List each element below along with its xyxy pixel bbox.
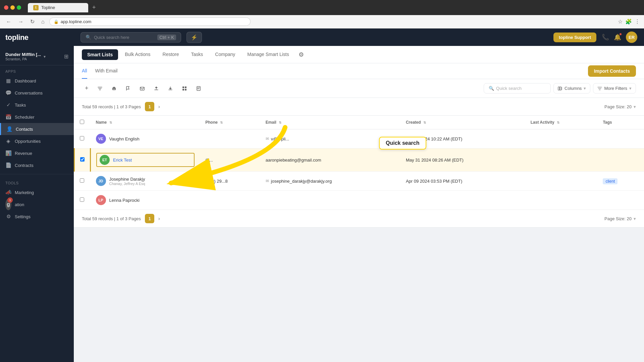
download-button[interactable] [165,83,176,94]
table-row[interactable]: LP Lenna Paprocki [74,191,644,210]
back-button[interactable]: ← [4,17,13,26]
row-select-checkbox[interactable] [80,157,85,162]
bookmark-icon[interactable]: ☆ [618,18,623,25]
header-checkbox-col [74,116,91,129]
svg-rect-6 [182,86,184,88]
header-tags: Tags [597,116,644,129]
download-icon [168,86,173,91]
avatar: LP [96,195,106,205]
quick-search-input[interactable]: 🔍 Quick search [484,83,551,94]
sidebar-item-revenue[interactable]: 📊 Revenue [0,147,74,159]
menu-icon[interactable]: ⋮ [635,18,640,25]
contact-info: Josephine Darakjy Chanay, Jeffrey A Esq [109,177,145,186]
sidebar: topline Dunder Mifflin [... Scranton, PA… [0,28,74,362]
page-number-bottom[interactable]: 1 [145,214,154,223]
sidebar-item-scheduler[interactable]: 📅 Scheduler [0,111,74,123]
tab-title: Topline [41,5,55,10]
row-select-checkbox[interactable] [80,136,84,140]
page-number[interactable]: 1 [145,102,154,111]
sidebar-item-label: Marketing [15,190,34,195]
robot-button[interactable] [108,83,120,94]
next-page-icon-bottom[interactable]: › [158,216,160,221]
tab-bulk-actions[interactable]: Bulk Actions [119,47,156,62]
notification-dot [619,33,622,36]
tab-manage-smart-lists[interactable]: Manage Smart Lists [242,47,294,62]
mail-button[interactable] [137,83,148,94]
phone-icon[interactable]: 📞 [602,34,609,41]
mail-icon [140,86,145,91]
global-search-bar[interactable]: 🔍 Quick search here Ctrl + K [80,32,181,43]
marketing-icon: 📣 [5,189,11,195]
avatar[interactable]: ER [626,32,637,43]
more-filters-button[interactable]: More Filters ▾ [593,83,636,94]
grid-button[interactable] [179,83,190,94]
sidebar-toggle-icon[interactable]: ⊞ [64,53,68,60]
maximize-dot[interactable] [17,5,21,10]
report-button[interactable] [193,83,204,94]
add-button[interactable]: + [82,82,92,94]
sidebar-item-contacts[interactable]: 👤 Contacts [0,123,74,135]
sort-activity-icon[interactable]: ⇅ [557,121,559,124]
next-page-icon[interactable]: › [158,104,160,109]
bell-icon[interactable]: 🔔 [614,34,621,41]
tab-company[interactable]: Company [210,47,240,62]
sidebar-item-conversations[interactable]: 💬 Conversations [0,87,74,99]
sort-phone-icon[interactable]: ⇅ [220,121,223,124]
company-info[interactable]: Dunder Mifflin [... Scranton, PA ▾ [5,52,46,61]
refresh-button[interactable]: ↻ [28,17,37,26]
svg-rect-12 [560,87,561,90]
page-size-selector-bottom[interactable]: Page Size: 20 ▾ [604,216,636,221]
row-checkbox [74,172,91,191]
table-row[interactable]: ET Erick Test (9... aaronpiebeating@gmai… [74,148,644,172]
sidebar-item-marketing[interactable]: 📣 Marketing [0,186,74,198]
sidebar-item-automation[interactable]: g1 ation [0,198,74,210]
row-last-activity [525,148,598,172]
sidebar-item-contracts[interactable]: 📄 Contracts [0,159,74,171]
tab-restore[interactable]: Restore [157,47,184,62]
lightning-button[interactable]: ⚡ [186,32,202,43]
browser-tab[interactable]: t Topline [28,3,88,12]
sidebar-item-label: Tasks [15,103,26,108]
row-select-checkbox[interactable] [80,197,84,202]
select-all-checkbox[interactable] [80,120,84,124]
sidebar-item-opportunities[interactable]: ◈ Opportunities [0,135,74,147]
sub-tab-with-email[interactable]: With Email [95,63,118,79]
tab-smart-lists[interactable]: Smart Lists [82,49,118,60]
home-button[interactable]: ⌂ [39,17,47,26]
page-size-selector[interactable]: Page Size: 20 ▾ [604,104,636,109]
row-checkbox [74,129,91,148]
address-bar[interactable]: 🔒 app.topline.com [49,17,251,26]
table-row[interactable]: VE Vaughn English ✉ v@topli... [74,129,644,148]
email-cell: ✉ josephine_darakjy@darakjy.org [266,179,395,184]
avatar: ET [100,155,110,165]
upload-button[interactable] [151,83,162,94]
chevron-down-icon: ▾ [44,54,46,59]
forward-button[interactable]: → [16,17,25,26]
close-dot[interactable] [4,5,8,10]
row-created: May 31 2024 08:26 AM (EDT) [400,148,525,172]
sidebar-logo: topline [0,28,74,47]
tab-tasks[interactable]: Tasks [186,47,209,62]
sort-email-icon[interactable]: ⇅ [279,121,281,124]
settings-gear-icon[interactable]: ⚙ [299,51,304,58]
new-tab-button[interactable]: + [92,4,96,11]
apps-section-label: Apps [0,65,74,75]
minimize-dot[interactable] [10,5,15,10]
extensions-icon[interactable]: 🧩 [625,18,632,25]
browser-toolbar: ← → ↻ ⌂ 🔒 app.topline.com ☆ 🧩 ⋮ [0,15,644,28]
table-row[interactable]: JD Josephine Darakjy Chanay, Jeffrey A E… [74,172,644,191]
filter-button[interactable] [94,83,106,94]
flag-button[interactable] [122,83,134,94]
sidebar-item-tasks[interactable]: ✓ Tasks [0,99,74,111]
columns-button[interactable]: Columns ▾ [553,83,590,94]
contact-cell: JD Josephine Darakjy Chanay, Jeffrey A E… [96,176,195,186]
sidebar-item-dashboard[interactable]: ▦ Dashboard [0,75,74,87]
row-select-checkbox[interactable] [80,178,84,183]
import-contacts-button[interactable]: Import Contacts [588,65,636,77]
support-button[interactable]: topline Support [553,33,596,42]
sort-name-icon[interactable]: ⇅ [109,121,112,124]
email-cell: ✉ v@topli... [266,136,395,141]
sort-created-icon[interactable]: ⇅ [423,121,426,124]
sidebar-item-settings[interactable]: ⚙ Settings [0,210,74,223]
sub-tab-all[interactable]: All [82,63,87,79]
